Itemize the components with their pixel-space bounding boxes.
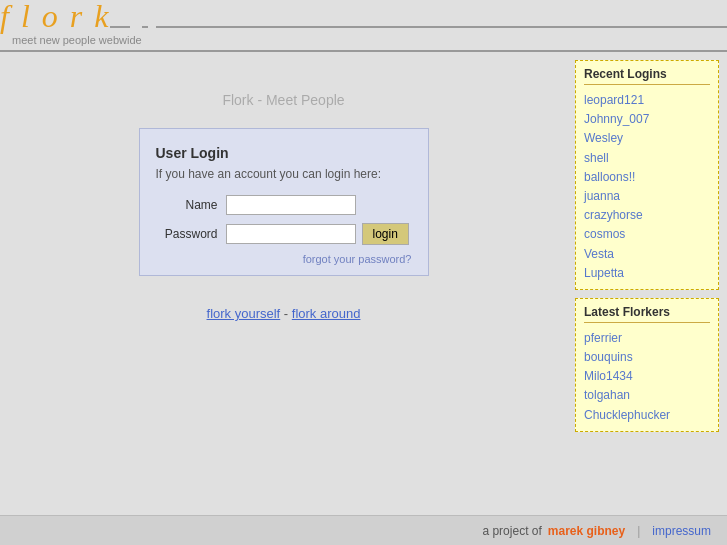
footer-divider: | [637, 524, 640, 538]
recent-login-user[interactable]: leopard121 [584, 91, 710, 110]
bottom-links: flork yourself - flork around [207, 306, 361, 321]
login-box-title: User Login [156, 145, 412, 161]
sidebar: Recent Logins leopard121Johnny_007Wesley… [567, 52, 727, 505]
recent-logins-list: leopard121Johnny_007Wesleyshellballoons!… [584, 91, 710, 283]
latest-florkers-box: Latest Florkers pferrierbouquinsMilo1434… [575, 298, 719, 432]
recent-logins-title: Recent Logins [584, 67, 710, 85]
password-label: Password [156, 227, 226, 241]
login-box: User Login If you have an account you ca… [139, 128, 429, 276]
latest-florker-user[interactable]: pferrier [584, 329, 710, 348]
password-input[interactable] [226, 224, 356, 244]
name-input[interactable] [226, 195, 356, 215]
recent-login-user[interactable]: Vesta [584, 245, 710, 264]
footer: a project of marek gibney | impressum [0, 515, 727, 545]
recent-login-user[interactable]: Lupetta [584, 264, 710, 283]
login-box-subtitle: If you have an account you can login her… [156, 167, 412, 181]
recent-login-user[interactable]: crazyhorse [584, 206, 710, 225]
login-button[interactable]: login [362, 223, 409, 245]
latest-florkers-list: pferrierbouquinsMilo1434tolgahanChucklep… [584, 329, 710, 425]
link-separator: - [284, 306, 292, 321]
tagline: meet new people webwide [0, 32, 727, 50]
flork-around-link[interactable]: flork around [292, 306, 361, 321]
footer-project-label: a project of [482, 524, 541, 538]
page-title: Flork - Meet People [222, 92, 344, 108]
header: f l o r k meet new people webwide [0, 0, 727, 52]
latest-florker-user[interactable]: Milo1434 [584, 367, 710, 386]
forgot-password-anchor[interactable]: forgot your password? [303, 253, 412, 265]
recent-login-user[interactable]: Johnny_007 [584, 110, 710, 129]
latest-florker-user[interactable]: tolgahan [584, 386, 710, 405]
center-area: Flork - Meet People User Login If you ha… [0, 52, 567, 505]
impressum-anchor[interactable]: impressum [652, 524, 711, 538]
footer-author-name: marek gibney [548, 524, 625, 538]
recent-login-user[interactable]: juanna [584, 187, 710, 206]
footer-impressum-link[interactable]: impressum [652, 524, 711, 538]
latest-florkers-title: Latest Florkers [584, 305, 710, 323]
forgot-password-link[interactable]: forgot your password? [156, 253, 412, 265]
recent-login-user[interactable]: cosmos [584, 225, 710, 244]
password-row: Password login [156, 223, 412, 245]
recent-logins-box: Recent Logins leopard121Johnny_007Wesley… [575, 60, 719, 290]
recent-login-user[interactable]: Wesley [584, 129, 710, 148]
recent-login-user[interactable]: shell [584, 149, 710, 168]
logo[interactable]: f l o r k [0, 0, 110, 32]
latest-florker-user[interactable]: Chucklephucker [584, 406, 710, 425]
latest-florker-user[interactable]: bouquins [584, 348, 710, 367]
recent-login-user[interactable]: balloons!! [584, 168, 710, 187]
name-row: Name [156, 195, 412, 215]
flork-yourself-link[interactable]: flork yourself [207, 306, 281, 321]
name-label: Name [156, 198, 226, 212]
